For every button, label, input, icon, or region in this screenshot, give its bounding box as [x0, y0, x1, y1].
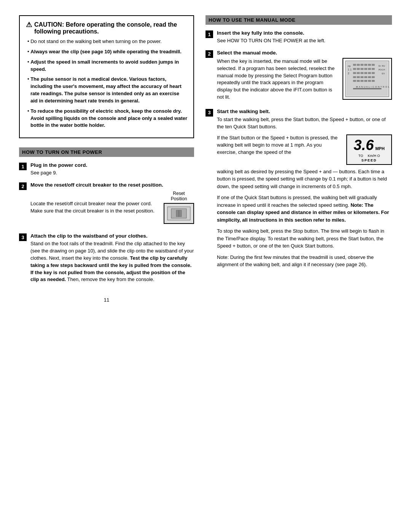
power-step-2: 2 Move the reset/off circuit breaker to … — [19, 182, 194, 228]
svg-rect-36 — [364, 76, 367, 78]
svg-rect-17 — [353, 68, 356, 70]
svg-rect-10 — [364, 64, 367, 66]
svg-rect-35 — [360, 76, 363, 78]
svg-rect-39 — [353, 80, 356, 82]
power-step-1: 1 Plug in the power cord. See page 9. — [19, 162, 194, 177]
step-3-title: Attach the clip to the waistband of your… — [30, 233, 194, 239]
turn-on-power-header: HOW TO TURN ON THE POWER — [19, 147, 194, 157]
manual-step-3: 3 Start the walking belt. To start the w… — [206, 109, 392, 272]
speed-mph-label: MPH — [375, 146, 384, 151]
reset-illustration: Locate the reset/off circuit breaker nea… — [30, 191, 194, 224]
svg-rect-18 — [357, 68, 360, 70]
step-1-content: Plug in the power cord. See page 9. — [30, 162, 194, 177]
step-3-number: 3 — [19, 233, 27, 241]
step-1-title: Plug in the power cord. — [30, 162, 194, 168]
svg-text:PO: PO — [378, 69, 382, 71]
manual-text-block: When the key is inserted, the manual mod… — [217, 58, 337, 101]
svg-rect-8 — [357, 64, 360, 66]
svg-rect-46 — [353, 88, 381, 89]
svg-rect-28 — [360, 72, 363, 74]
svg-rect-5 — [347, 62, 387, 95]
svg-rect-34 — [357, 76, 360, 78]
svg-rect-22 — [372, 68, 375, 70]
speed-text-block: If the Start button or the Speed + butto… — [217, 134, 341, 156]
svg-rect-7 — [353, 64, 356, 66]
manual-step-3-p2: walking belt as desired by pressing the … — [217, 168, 392, 190]
caution-bullet-list: Do not stand on the walking belt when tu… — [26, 38, 187, 129]
power-step-3: 3 Attach the clip to the waistband of yo… — [19, 233, 194, 286]
manual-mode-header: HOW TO USE THE MANUAL MODE — [206, 15, 392, 25]
caution-bullet-3: Adjust the speed in small increments to … — [26, 59, 187, 73]
svg-text:RU: RU — [382, 65, 385, 67]
step-2-body-text: Locate the reset/off circuit breaker nea… — [30, 200, 158, 215]
manual-step-2-number: 2 — [206, 50, 213, 58]
step-1-body: See page 9. — [30, 169, 194, 177]
svg-rect-40 — [357, 80, 360, 82]
step-3-body: Stand on the foot rails of the treadmill… — [30, 240, 194, 283]
manual-step-3-p3: If one of the Quick Start buttons is pre… — [217, 194, 392, 224]
svg-text:2: 2 — [348, 72, 349, 75]
manual-step-3-p1: To start the walking belt, press the Sta… — [217, 116, 392, 131]
svg-rect-27 — [357, 72, 360, 74]
manual-step-1: 1 Insert the key fully into the console.… — [206, 30, 392, 45]
svg-rect-11 — [368, 64, 371, 66]
manual-step-1-number: 1 — [206, 30, 213, 38]
caution-bullet-5: To reduce the possibility of electric sh… — [26, 108, 187, 129]
left-column: ⚠ CAUTION: Before operating the console,… — [19, 15, 194, 303]
manual-step-2-title: Select the manual mode. — [217, 50, 392, 56]
svg-rect-33 — [353, 76, 356, 78]
caution-label: CAUTION: — [34, 21, 64, 28]
caution-bullet-1: Do not stand on the walking belt when tu… — [26, 38, 187, 45]
manual-step-3-number: 3 — [206, 109, 213, 117]
svg-rect-19 — [360, 68, 363, 70]
step-2-title: Move the reset/off circuit breaker to th… — [30, 182, 194, 188]
reset-switch-icon — [166, 205, 192, 222]
caution-bullet-2: Always wear the clip (see page 10) while… — [26, 48, 187, 56]
speed-value: 3.6 — [354, 137, 374, 153]
caution-bullet-4: The pulse sensor is not a medical device… — [26, 76, 187, 104]
svg-rect-29 — [364, 72, 367, 74]
svg-rect-9 — [360, 64, 363, 66]
right-column: HOW TO USE THE MANUAL MODE 1 Insert the … — [206, 15, 392, 303]
svg-rect-21 — [368, 68, 371, 70]
manual-step-3-p4: To stop the walking belt, press the Stop… — [217, 227, 392, 250]
caution-box: ⚠ CAUTION: Before operating the console,… — [19, 15, 194, 138]
svg-text:ns: ns — [348, 64, 351, 67]
speed-readout: 3.6 MPH — [354, 137, 384, 153]
reset-diagram: ResetPosition — [164, 191, 194, 224]
manual-illustration: When the key is inserted, the manual mod… — [217, 58, 392, 101]
manual-step-1-title: Insert the key fully into the console. — [217, 30, 392, 36]
page-container: ⚠ CAUTION: Before operating the console,… — [19, 15, 392, 303]
svg-rect-20 — [364, 68, 367, 70]
svg-rect-12 — [372, 64, 375, 66]
caution-title-text: CAUTION: Before operating the console, r… — [34, 21, 187, 35]
svg-rect-42 — [364, 80, 367, 82]
step-2-content: Move the reset/off circuit breaker to th… — [30, 182, 194, 228]
speed-display-box: 3.6 MPH TO Km/H O SPEED — [346, 134, 392, 165]
manual-display-box: ns Di RU 1 1 PO CH 2 EX — [342, 58, 392, 100]
reset-label: ResetPosition — [171, 191, 187, 201]
reset-box — [164, 203, 194, 224]
svg-text:Di: Di — [378, 65, 381, 67]
console-display-icon: ns Di RU 1 1 PO CH 2 EX — [344, 60, 390, 97]
step-3-content: Attach the clip to the waistband of your… — [30, 233, 194, 286]
svg-rect-37 — [368, 76, 371, 78]
manual-step-3-p5: Note: During the first few minutes that … — [217, 254, 392, 268]
svg-text:M A N U A L • C O N T R O L: M A N U A L • C O N T R O L — [356, 85, 390, 88]
svg-rect-26 — [353, 72, 356, 74]
speed-kmh-label: Km/H O — [368, 154, 380, 158]
svg-rect-41 — [360, 80, 363, 82]
svg-rect-43 — [368, 80, 371, 82]
step-1-number: 1 — [19, 163, 27, 170]
step-2-number: 2 — [19, 182, 27, 190]
speed-footer-label: SPEED — [362, 158, 377, 162]
page-number: 11 — [19, 297, 194, 303]
speed-to-label: TO — [358, 154, 363, 158]
caution-title: ⚠ CAUTION: Before operating the console,… — [26, 21, 187, 35]
manual-step-1-body: See HOW TO TURN ON THE POWER at the left… — [217, 37, 392, 45]
manual-step-2-content: Select the manual mode. When the key is … — [217, 50, 392, 103]
svg-rect-38 — [372, 76, 375, 78]
manual-step-3-content: Start the walking belt. To start the wal… — [217, 109, 392, 272]
svg-rect-30 — [368, 72, 371, 74]
svg-text:1: 1 — [350, 68, 352, 71]
